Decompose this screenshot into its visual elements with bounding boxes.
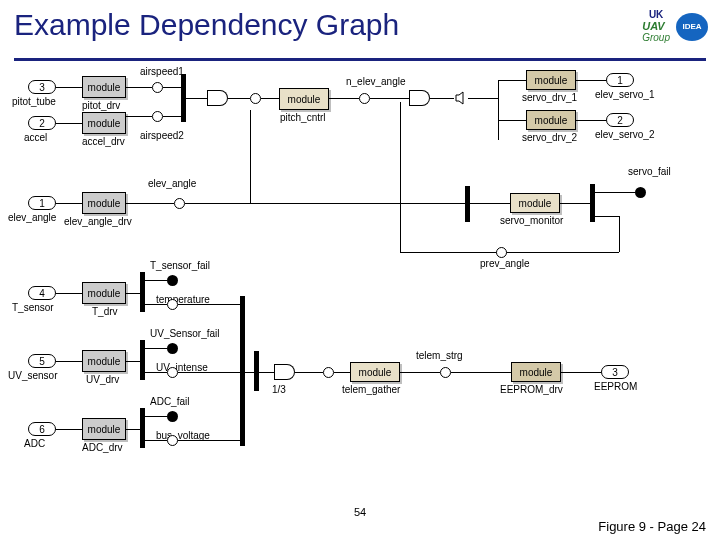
wire [145,280,167,281]
label-airspeed2: airspeed2 [140,130,184,141]
wire [145,416,167,417]
logo-uk: UK [642,10,670,20]
port-circle [359,93,370,104]
inport-5: 5 [28,354,56,368]
wire [451,372,511,373]
label-servo-fail: servo_fail [628,166,671,177]
label-t-sensor: T_sensor [12,302,54,313]
port-circle [152,82,163,93]
label-servo-monitor: servo_monitor [500,215,563,226]
wire [400,102,401,252]
wire [295,372,323,373]
outport-3: 3 [601,365,629,379]
wire [498,80,526,81]
label-uv-sensor-fail: UV_Sensor_fail [150,328,219,339]
wire [56,429,82,430]
port-filled [167,343,178,354]
title-underline [14,58,706,61]
wire [334,372,350,373]
label-servo-drv-1: servo_drv_1 [522,92,577,103]
label-adc-fail: ADC_fail [150,396,189,407]
wire [468,98,498,99]
port-circle [174,198,185,209]
label-elev-servo-2: elev_servo_2 [595,129,654,140]
wire [430,98,454,99]
wire [145,304,167,305]
dependency-diagram: 3 pitot_tube module pitot_drv airspeed1 … [0,66,720,516]
port-circle [440,367,451,378]
wire [245,372,254,373]
wire [595,192,635,193]
wire [619,216,620,252]
label-telem-gather: telem_gather [342,384,400,395]
wire [250,110,251,203]
mux-bar [140,272,145,312]
wire [498,120,526,121]
wire [560,203,590,204]
module-telem-gather: module [350,362,400,382]
module-uv-drv: module [82,350,126,372]
and-gate [208,90,228,106]
wire [56,361,82,362]
logo-idea: IDEA [676,13,708,41]
label-t-sensor-fail: T_sensor_fail [150,260,210,271]
wire [400,252,619,253]
wire [145,440,167,441]
port-circle [496,247,507,258]
label-one-third: 1/3 [272,384,286,395]
module-servo-drv-1: module [526,70,576,90]
label-accel: accel [24,132,47,143]
port-circle [250,93,261,104]
label-uv-drv: UV_drv [86,374,119,385]
module-elev-angle-drv: module [82,192,126,214]
wire [259,372,275,373]
mux-bar [140,340,145,380]
mux-bar [254,351,259,391]
wire [470,203,510,204]
svg-marker-0 [456,92,463,104]
wire [261,98,279,99]
wire [126,429,140,430]
port-filled [635,187,646,198]
mux-bar [140,408,145,448]
wire [185,203,465,204]
module-eeprom-drv: module [511,362,561,382]
wire [56,123,82,124]
port-circle [167,435,178,446]
label-airspeed1: airspeed1 [140,66,184,77]
wire [126,203,174,204]
mux-bar [465,186,470,222]
wire [56,293,82,294]
port-circle [152,111,163,122]
logo-group: UK UAV Group IDEA [642,10,708,43]
label-telem-strg: telem_strg [416,350,463,361]
port-filled [167,275,178,286]
wire [126,293,140,294]
label-adc-drv: ADC_drv [82,442,123,453]
outport-1: 1 [606,73,634,87]
wire [178,304,240,305]
inport-6: 6 [28,422,56,436]
wire [126,361,140,362]
port-filled [167,411,178,422]
figure-caption: Figure 9 - Page 24 [598,519,706,534]
module-adc-drv: module [82,418,126,440]
wire [145,372,167,373]
outport-2: 2 [606,113,634,127]
label-servo-drv-2: servo_drv_2 [522,132,577,143]
wire [145,348,167,349]
and-gate [275,364,295,380]
and-gate [410,90,430,106]
wire [228,98,250,99]
slide-title: Example Dependency Graph [14,8,399,42]
wire [56,203,82,204]
label-prev-angle: prev_angle [480,258,529,269]
inport-3: 3 [28,80,56,94]
label-accel-drv: accel_drv [82,136,125,147]
label-pitot-tube: pitot_tube [12,96,56,107]
label-elev-angle-drv: elev_angle_drv [64,216,132,227]
inport-1: 1 [28,196,56,210]
speaker-icon [454,91,468,105]
wire [178,372,240,373]
label-eeprom-drv: EEPROM_drv [500,384,563,395]
